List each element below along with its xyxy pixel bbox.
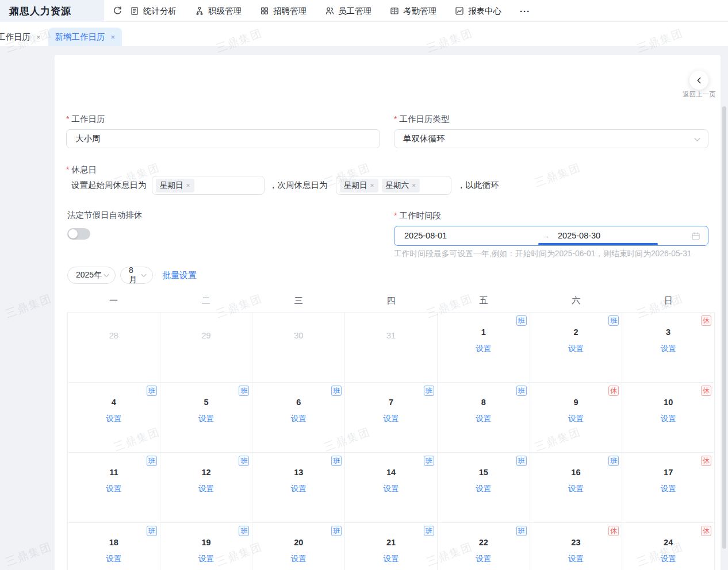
tab-close-icon[interactable]: × — [111, 33, 116, 41]
work-day-badge: 班 — [516, 456, 527, 466]
calendar-day-cell[interactable]: 班16设置 — [530, 453, 623, 523]
day-set-link[interactable]: 设置 — [622, 484, 714, 494]
day-set-link[interactable]: 设置 — [252, 554, 344, 564]
calendar-name-label: *工作日历 — [66, 114, 105, 125]
main-menu: 统计分析职级管理招聘管理员工管理考勤管理报表中心··· — [130, 0, 530, 22]
menu-item[interactable]: 职级管理 — [195, 6, 242, 17]
holiday-auto-rest-toggle[interactable] — [67, 228, 90, 240]
calendar-day-cell[interactable]: 班1设置 — [438, 313, 530, 383]
calendar-day-cell[interactable]: 休23设置 — [530, 523, 623, 570]
calendar-day-cell[interactable]: 班18设置 — [68, 523, 160, 570]
day-set-link[interactable]: 设置 — [68, 484, 160, 494]
day-number: 31 — [345, 331, 437, 340]
day-set-link[interactable]: 设置 — [345, 554, 437, 564]
calendar-day-cell[interactable]: 班15设置 — [438, 453, 530, 523]
day-set-link[interactable]: 设置 — [438, 414, 530, 424]
vertical-scrollbar[interactable] — [722, 106, 726, 549]
calendar-day-cell[interactable]: 班21设置 — [345, 523, 438, 570]
end-date-value[interactable]: 2025-08-30 — [558, 231, 600, 240]
day-set-link[interactable]: 设置 — [622, 344, 714, 354]
day-set-link[interactable]: 设置 — [438, 484, 530, 494]
day-number: 6 — [252, 398, 344, 407]
first-week-rest-input[interactable]: 星期日× — [152, 176, 265, 195]
tab-active[interactable]: 新增工作日历× — [48, 28, 122, 46]
year-select[interactable]: 2025年 — [67, 267, 116, 284]
day-set-link[interactable]: 设置 — [160, 554, 252, 564]
refresh-icon[interactable] — [113, 6, 123, 16]
tab-close-icon[interactable]: × — [36, 33, 41, 41]
weekday-label: 六 — [530, 295, 622, 306]
day-set-link[interactable]: 设置 — [622, 554, 714, 564]
day-set-link[interactable]: 设置 — [438, 344, 530, 354]
calendar-name-input[interactable]: 大小周 — [66, 129, 380, 148]
calendar-day-cell[interactable]: 班13设置 — [252, 453, 345, 523]
calendar-day-cell[interactable]: 班2设置 — [530, 313, 623, 383]
day-set-link[interactable]: 设置 — [252, 414, 344, 424]
menu-item[interactable]: 招聘管理 — [260, 6, 306, 17]
tag-close-icon[interactable]: × — [370, 182, 374, 190]
day-set-link[interactable]: 设置 — [345, 414, 437, 424]
calendar-day-cell[interactable]: 休10设置 — [622, 383, 715, 453]
day-set-link[interactable]: 设置 — [252, 484, 344, 494]
calendar-day-cell[interactable]: 休9设置 — [530, 383, 623, 453]
calendar-day-cell[interactable]: 休17设置 — [622, 453, 715, 523]
day-set-link[interactable]: 设置 — [530, 414, 622, 424]
calendar-day-cell[interactable]: 休3设置 — [622, 313, 715, 383]
month-select[interactable]: 8月 — [120, 267, 153, 284]
calendar-type-select[interactable]: 单双休循环 — [394, 129, 708, 148]
day-set-link[interactable]: 设置 — [530, 484, 622, 494]
weekday-tag[interactable]: 星期日× — [156, 179, 194, 192]
calendar-day-cell[interactable]: 班11设置 — [68, 453, 160, 523]
menu-item[interactable]: 统计分析 — [130, 6, 177, 17]
menu-more-icon[interactable]: ··· — [520, 6, 530, 16]
day-set-link[interactable]: 设置 — [530, 344, 622, 354]
day-set-link[interactable]: 设置 — [68, 414, 160, 424]
tab-0[interactable]: 工作日历× — [0, 28, 48, 46]
tag-close-icon[interactable]: × — [186, 182, 190, 190]
weekday-tag[interactable]: 星期六× — [382, 179, 420, 192]
menu-item[interactable]: 报表中心 — [455, 6, 501, 17]
chevron-down-icon — [694, 137, 700, 142]
weekday-tag[interactable]: 星期日× — [340, 179, 378, 192]
day-set-link[interactable]: 设置 — [68, 554, 160, 564]
calendar-day-cell[interactable]: 班12设置 — [160, 453, 253, 523]
calendar-day-cell[interactable]: 班7设置 — [345, 383, 438, 453]
tab-label: 新增工作日历 — [55, 32, 105, 43]
day-set-link[interactable]: 设置 — [530, 554, 622, 564]
day-number: 2 — [530, 328, 622, 337]
calendar-day-cell[interactable]: 班5设置 — [160, 383, 253, 453]
day-set-link[interactable]: 设置 — [160, 414, 252, 424]
menu-item[interactable]: 考勤管理 — [390, 6, 436, 17]
month-select-value: 8月 — [129, 265, 141, 285]
tag-close-icon[interactable]: × — [412, 182, 416, 190]
calendar-day-cell[interactable]: 班6设置 — [252, 383, 345, 453]
menu-item-label: 统计分析 — [143, 6, 177, 17]
work-period-range-input[interactable]: 2025-08-01 → 2025-08-30 — [394, 226, 708, 246]
start-date-value[interactable]: 2025-08-01 — [404, 231, 447, 240]
calendar-day-cell[interactable]: 班19设置 — [160, 523, 253, 570]
work-day-badge: 班 — [331, 456, 342, 466]
work-day-badge: 班 — [147, 386, 157, 396]
rest-day-prefix-text: 设置起始周休息日为 — [71, 180, 147, 191]
calendar-day-cell[interactable]: 班4设置 — [68, 383, 160, 453]
day-set-link[interactable]: 设置 — [160, 484, 252, 494]
day-number: 8 — [438, 398, 530, 407]
batch-set-link[interactable]: 批量设置 — [162, 270, 197, 281]
day-set-link[interactable]: 设置 — [622, 414, 714, 424]
calendar-day-cell[interactable]: 班22设置 — [438, 523, 530, 570]
day-number: 23 — [530, 538, 622, 547]
day-number: 22 — [438, 538, 530, 547]
rest-day-badge: 休 — [701, 315, 711, 326]
menu-item[interactable]: 员工管理 — [325, 6, 371, 17]
day-set-link[interactable]: 设置 — [345, 484, 437, 494]
calendar-day-cell[interactable]: 班8设置 — [438, 383, 530, 453]
day-number: 24 — [622, 538, 714, 547]
calendar-day-cell[interactable]: 休24设置 — [622, 523, 715, 570]
second-week-rest-input[interactable]: 星期日×星期六× — [336, 176, 451, 195]
day-set-link[interactable]: 设置 — [438, 554, 530, 564]
app-logo: 鼐思人力资源 — [0, 0, 104, 22]
calendar-day-cell[interactable]: 班14设置 — [345, 453, 438, 523]
back-button[interactable] — [689, 71, 708, 90]
day-number: 12 — [160, 468, 252, 477]
calendar-day-cell[interactable]: 班20设置 — [252, 523, 345, 570]
